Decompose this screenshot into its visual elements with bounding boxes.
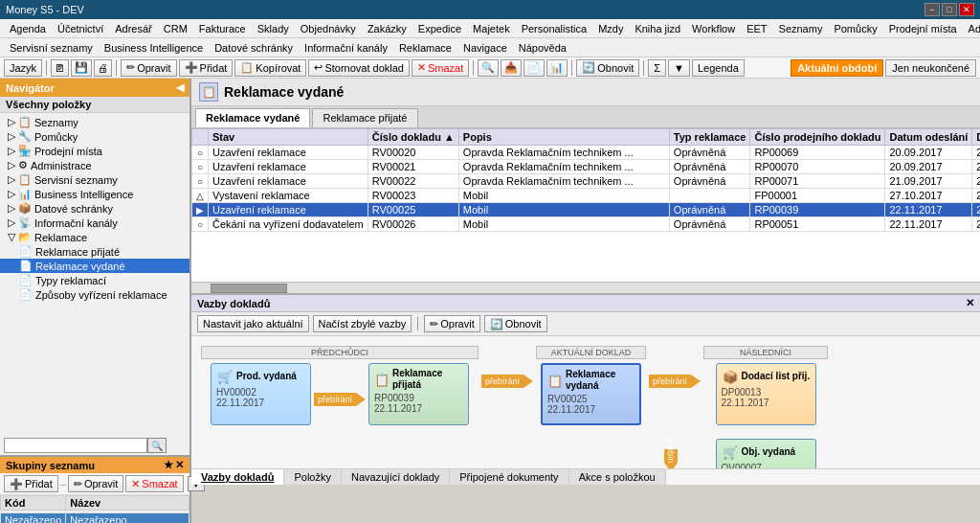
col-stav[interactable]: Stav bbox=[209, 129, 368, 146]
menu-workflow[interactable]: Workflow bbox=[686, 21, 741, 36]
menu-ucetnictvi[interactable]: Účetnictví bbox=[52, 21, 109, 36]
nav-seznamy[interactable]: ▷ 📋 Seznamy bbox=[0, 115, 189, 129]
sum-btn[interactable]: Σ bbox=[648, 59, 666, 77]
scrollbar-thumb[interactable] bbox=[211, 284, 287, 293]
filter-icon-btn[interactable]: ▼ bbox=[668, 59, 690, 77]
nav-bi[interactable]: ▷ 📊 Business Intelligence bbox=[0, 187, 189, 201]
menu-adresar[interactable]: Adresář bbox=[109, 21, 158, 36]
col-prodejni[interactable]: Číslo prodejního dokladu bbox=[750, 129, 885, 146]
menu-mzdy[interactable]: Mzdy bbox=[592, 21, 629, 36]
close-btn[interactable]: ✕ bbox=[959, 3, 974, 16]
menu-crm[interactable]: CRM bbox=[158, 21, 193, 36]
menu-agenda[interactable]: Agenda bbox=[4, 21, 52, 36]
vazby-tab-polozky[interactable]: Položky bbox=[284, 469, 342, 485]
maximize-btn[interactable]: □ bbox=[942, 3, 957, 16]
copy-btn[interactable]: 📋 Kopírovat bbox=[234, 59, 306, 77]
groups-delete-btn[interactable]: ✕ Smazat bbox=[125, 475, 183, 492]
menu-servisni[interactable]: Servisní seznamy bbox=[4, 40, 99, 56]
vazby-tab-pripojene[interactable]: Připojené dokumenty bbox=[450, 469, 568, 485]
groups-close-icon[interactable]: ✕ bbox=[175, 459, 184, 471]
menu-napoveda[interactable]: Nápověda bbox=[513, 40, 572, 56]
nav-typy[interactable]: 📄 Typy reklamací bbox=[0, 273, 189, 287]
table-row[interactable]: ○ Čekání na vyřízení dodavatelem RV00026… bbox=[192, 217, 981, 232]
menu-personalistica[interactable]: Personalistica bbox=[516, 21, 592, 36]
nav-collapse-icon[interactable]: ◀ bbox=[176, 81, 184, 94]
col-odeslani[interactable]: Datum odeslání bbox=[885, 129, 972, 146]
icon-btn-4[interactable]: 🔍 bbox=[478, 59, 499, 77]
nav-search-btn[interactable]: 🔍 bbox=[147, 438, 167, 453]
icon-btn-1[interactable]: 🖹 bbox=[51, 59, 69, 77]
nacist-btn[interactable]: Načíst zbylé vazby bbox=[313, 315, 412, 332]
doc-box-rek-prijata[interactable]: 📋 Reklamace přijatá RP00039 22.11.2017 bbox=[368, 363, 469, 425]
table-row[interactable]: ○ Uzavření reklamace RV00020 Opravda Rek… bbox=[192, 146, 981, 160]
delete-btn[interactable]: ✕ Smazat bbox=[412, 59, 469, 77]
nav-datove[interactable]: ▷ 📦 Datové schránky bbox=[0, 201, 189, 216]
menu-kniha-jizd[interactable]: Kniha jizd bbox=[629, 21, 686, 36]
icon-btn-7[interactable]: 📊 bbox=[546, 59, 568, 77]
menu-informacni[interactable]: Informační kanály bbox=[299, 40, 393, 56]
cancel-doc-btn[interactable]: ↩ Stornovat doklad bbox=[308, 59, 410, 77]
table-row[interactable]: ○ Uzavření reklamace RV00021 Opravda Rek… bbox=[192, 160, 981, 174]
nav-prodejni[interactable]: ▷ 🏪 Prodejní místa bbox=[0, 144, 189, 158]
icon-btn-5[interactable]: 📥 bbox=[501, 59, 522, 77]
table-row[interactable]: ○ Uzavření reklamace RV00022 Opravda Rek… bbox=[192, 174, 981, 189]
refresh-btn[interactable]: 🔄 Obnovit bbox=[576, 59, 639, 77]
nav-servisni[interactable]: ▷ 📋 Servisní seznamy bbox=[0, 172, 189, 187]
col-vyrizeni[interactable]: Datum předpokládaného vyřízení bbox=[972, 129, 980, 146]
nav-reklamace[interactable]: ▽ 📂 Reklamace bbox=[0, 230, 189, 244]
menu-administrace[interactable]: Administrace bbox=[963, 21, 980, 36]
menu-navigace[interactable]: Navigace bbox=[457, 40, 513, 56]
menu-reklamace[interactable]: Reklamace bbox=[393, 40, 457, 56]
minimize-btn[interactable]: − bbox=[924, 3, 940, 16]
col-popis[interactable]: Popis bbox=[458, 129, 669, 146]
nav-rek-vydane[interactable]: 📄 Reklamace vydané bbox=[0, 259, 189, 273]
doc-box-prod-vydana[interactable]: 🛒 Prod. vydaná HV00002 22.11.2017 bbox=[211, 363, 311, 425]
menu-pomucky[interactable]: Pomůcky bbox=[828, 21, 882, 36]
icon-btn-2[interactable]: 💾 bbox=[71, 59, 92, 77]
menu-sklady[interactable]: Sklady bbox=[252, 21, 295, 36]
nastavit-btn[interactable]: Nastavit jako aktuální bbox=[197, 315, 309, 332]
filter-btn[interactable]: Jen neukončené bbox=[885, 59, 976, 77]
vazby-tab-akce[interactable]: Akce s položkou bbox=[569, 469, 666, 485]
nav-rek-prijate[interactable]: 📄 Reklamace přijaté bbox=[0, 244, 189, 259]
menu-fakturace[interactable]: Fakturace bbox=[193, 21, 252, 36]
menu-eet[interactable]: EET bbox=[741, 21, 772, 36]
table-row[interactable]: Nezařazeno Nezařazeno bbox=[1, 513, 189, 524]
groups-add-btn[interactable]: ➕ Přidat bbox=[4, 475, 58, 492]
vazby-tab-navazujici[interactable]: Navazující doklady bbox=[342, 469, 450, 485]
menu-expedice[interactable]: Expedice bbox=[412, 21, 467, 36]
table-row[interactable]: ▶ Uzavření reklamace RV00025 Mobil Opráv… bbox=[192, 203, 981, 217]
doc-box-aktualni[interactable]: 📋 Reklamace vydaná RV00025 22.11.2017 bbox=[541, 363, 641, 425]
menu-majetek[interactable]: Majetek bbox=[467, 21, 516, 36]
edit-btn[interactable]: ✏ Opravit bbox=[121, 59, 176, 77]
nav-search-input[interactable] bbox=[4, 438, 147, 453]
vazby-opravit-btn[interactable]: ✏ Opravit bbox=[424, 315, 479, 332]
vazby-obnovit-btn[interactable]: 🔄 Obnovit bbox=[484, 315, 547, 332]
groups-edit-btn[interactable]: ✏ Opravit bbox=[68, 475, 123, 492]
menu-datove[interactable]: Datové schránky bbox=[209, 40, 299, 56]
vazby-tab-vazby[interactable]: Vazby dokladů bbox=[191, 469, 284, 485]
legend-btn[interactable]: Legenda bbox=[692, 59, 745, 77]
vazby-close-btn[interactable]: ✕ bbox=[966, 297, 974, 309]
menu-bi[interactable]: Business Intelligence bbox=[99, 40, 209, 56]
period-btn[interactable]: Aktuální období bbox=[791, 59, 883, 77]
tab-vydane[interactable]: Reklamace vydané bbox=[195, 108, 310, 127]
table-row[interactable]: △ Vystavení reklamace RV00023 Mobil FP00… bbox=[192, 189, 981, 203]
menu-seznamy[interactable]: Seznamy bbox=[773, 21, 829, 36]
col-cislo[interactable]: Číslo dokladu ▲ bbox=[368, 129, 458, 146]
nav-pomucky[interactable]: ▷ 🔧 Pomůcky bbox=[0, 129, 189, 144]
add-btn[interactable]: ➕ Přidat bbox=[179, 59, 234, 77]
doc-box-obj-vydana[interactable]: přebírání 🛒 Obj. vydaná bbox=[716, 439, 816, 468]
icon-btn-3[interactable]: 🖨 bbox=[94, 59, 112, 77]
language-btn[interactable]: Jazyk bbox=[4, 59, 42, 77]
menu-objednavky[interactable]: Objednávky bbox=[295, 21, 362, 36]
nav-zpusoby[interactable]: 📄 Způsoby vyřízení reklamace bbox=[0, 287, 189, 302]
menu-zakazky[interactable]: Zakázky bbox=[362, 21, 412, 36]
window-controls[interactable]: − □ ✕ bbox=[924, 3, 974, 16]
nav-administrace[interactable]: ▷ ⚙ Administrace bbox=[0, 158, 189, 172]
horizontal-scrollbar[interactable] bbox=[191, 282, 980, 293]
nav-informacni[interactable]: ▷ 📡 Informační kanály bbox=[0, 216, 189, 230]
doc-box-dodaci[interactable]: 📦 Dodací list přij. DP00013 22.11.2017 bbox=[716, 363, 816, 425]
tab-prijate[interactable]: Reklamace přijaté bbox=[312, 108, 417, 127]
menu-prodejni-mista[interactable]: Prodejní místa bbox=[883, 21, 963, 36]
